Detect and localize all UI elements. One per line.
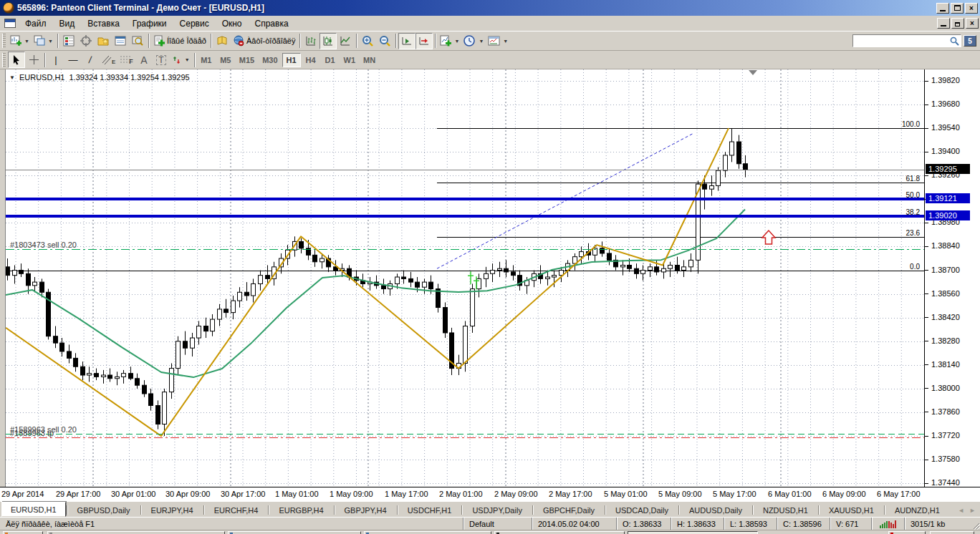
tab-scroll-right-button[interactable]: ► [967,505,978,515]
time-axis[interactable]: 29 Apr 201429 Apr 17:0030 Apr 01:0030 Ap… [0,487,980,501]
trendline-button[interactable]: / [82,52,99,68]
price-chart[interactable]: 100.061.850.038.223.60.0#1803473 sell 0.… [6,69,924,487]
metaeditor-button[interactable] [213,33,231,49]
tab-scroll-left-button[interactable]: ◄ [956,505,966,515]
navigator-button[interactable] [95,33,112,49]
zoom-in-button[interactable] [359,33,376,49]
timeframe-button[interactable]: M5 [216,53,235,67]
chart-tab[interactable]: EURGBP,H4 [269,503,332,517]
child-minimize-button[interactable] [937,18,950,29]
taskbar-item[interactable] [47,531,225,534]
timeframe-toolbar: M1M5M15M30H1H4D1W1MN [197,53,379,67]
horizontal-line-button[interactable]: — [64,52,82,68]
timeframe-button[interactable]: H1 [282,53,301,67]
arrows-button[interactable]: ▼ [170,52,192,68]
toolbar-grip[interactable] [2,34,6,48]
taskbar-item[interactable] [364,531,491,534]
moving-average-line[interactable] [6,210,745,378]
text-button[interactable]: A [135,52,153,68]
periods-button[interactable]: ▼ [461,33,486,49]
taskbar-item[interactable] [228,531,361,534]
profiles-icon [34,35,45,47]
indicators-button[interactable]: ▼ [438,33,461,49]
chart-tab[interactable]: USDCAD,Daily [606,503,678,517]
strategy-tester-button[interactable] [129,33,146,49]
crosshair-button[interactable] [25,52,42,68]
menu-item[interactable]: Справка [249,17,295,30]
timeframe-button[interactable]: MN [360,53,379,67]
chart-tab[interactable]: USDJPY,Daily [463,503,532,517]
cursor-button[interactable] [8,52,25,68]
trendline[interactable] [437,133,693,268]
collapse-icon[interactable]: ▼ [9,74,15,81]
menu-item[interactable]: Сервис [173,17,216,30]
timeframe-button[interactable]: D1 [321,53,340,67]
dropdown-arrow-icon: ▼ [185,57,190,62]
taskbar-item[interactable] [494,531,625,534]
text-label-button[interactable]: T [153,52,170,68]
templates-button[interactable]: ▼ [486,33,510,49]
chart-tab[interactable]: GBPCHF,Daily [534,503,604,517]
chart-tab[interactable]: EURUSD,H1 [1,502,66,517]
chart-tab[interactable]: XAUUSD,H1 [820,503,883,517]
shift-marker[interactable] [749,70,757,75]
resize-grip[interactable] [970,518,980,530]
menu-item[interactable]: Файл [19,17,53,30]
notification-badge[interactable]: 5 [964,35,976,47]
status-profile[interactable]: Default [463,518,532,530]
chart-tab[interactable]: NZDUSD,H1 [754,503,817,517]
child-restore-button[interactable] [951,18,964,29]
timeframe-button[interactable]: M30 [259,53,281,67]
taskbar-item[interactable] [930,531,974,534]
new-chart-button[interactable]: ▼ [8,33,32,49]
bar-chart-button[interactable] [302,33,320,49]
fib-level-label: 61.8 [906,175,921,183]
taskbar-item[interactable] [3,531,43,534]
vertical-line-button[interactable]: | [47,52,64,68]
menu-item[interactable]: Вид [53,17,82,30]
taskbar-item[interactable] [628,531,758,534]
candlestick-chart-button[interactable] [320,33,337,49]
menu-item[interactable]: Графики [126,17,173,30]
chart-window-icon[interactable] [4,19,16,28]
minimize-button[interactable] [936,3,949,14]
chart-tab[interactable]: AUDUSD,Daily [680,503,751,517]
up-arrow-marker[interactable] [762,230,775,244]
auto-scroll-icon [401,35,413,47]
zoom-out-button[interactable] [376,33,393,49]
market-watch-button[interactable] [60,33,77,49]
timeframe-button[interactable]: W1 [340,53,360,67]
chart-tab[interactable]: USDCHF,H1 [398,503,461,517]
timeframe-button[interactable]: M1 [197,53,216,67]
chart-tab[interactable]: GBPJPY,H4 [335,503,396,517]
chart-tab[interactable]: EURJPY,H4 [142,503,203,517]
terminal-button[interactable] [112,33,129,49]
maximize-button[interactable] [951,3,964,14]
data-window-button[interactable] [77,33,95,49]
menu-item[interactable]: Окно [216,17,249,30]
equidistant-channel-button[interactable]: E [99,52,117,68]
price-axis[interactable]: 1.398201.396801.395401.394001.392601.391… [924,69,980,487]
chart-shift-button[interactable] [415,33,433,49]
chart-tab[interactable]: AUDNZD,H1 [885,503,949,517]
autotrading-button[interactable]: Àâòî-òîðãîâëÿ [231,33,298,49]
taskbar-item[interactable] [888,531,926,534]
menu-item[interactable]: Вставка [81,17,126,30]
child-close-button[interactable]: × [966,18,979,29]
close-button[interactable]: × [965,3,978,14]
fibonacci-button[interactable]: F [117,52,135,68]
auto-scroll-button[interactable] [398,33,415,49]
toolbar-grip[interactable] [2,53,6,67]
fib-level-label: 0.0 [910,263,920,271]
line-chart-button[interactable] [337,33,354,49]
chart-tab[interactable]: EURCHF,H4 [205,503,268,517]
search-input[interactable] [852,34,961,47]
timeframe-button[interactable]: M15 [236,53,258,67]
chart-tab[interactable]: GBPUSD,Daily [68,503,140,517]
profiles-button[interactable]: ▼ [32,33,55,49]
timeframe-button[interactable]: H4 [302,53,320,67]
chart-left-edge [0,69,6,501]
child-window-controls: × [936,18,979,29]
new-order-button[interactable]: Íîâûé Îðäåð [151,33,208,49]
search-icon[interactable] [950,37,959,46]
